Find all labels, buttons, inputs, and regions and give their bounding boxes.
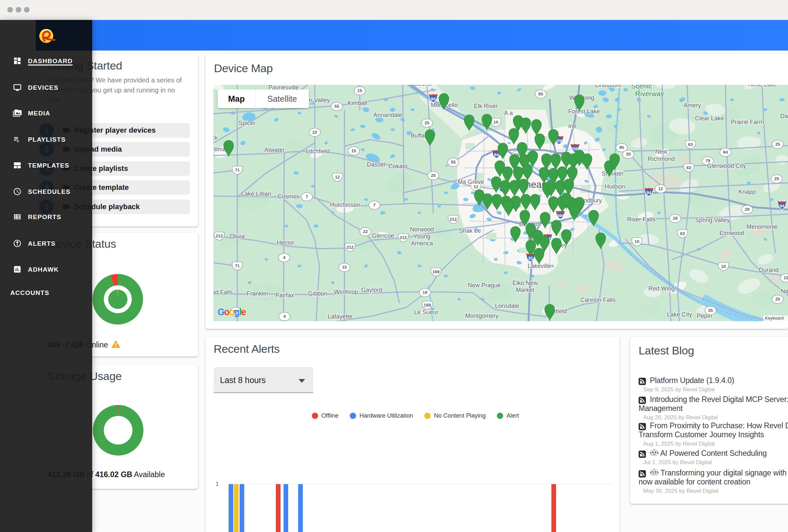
svg-text:n Valley: n Valley <box>309 97 330 103</box>
svg-text:Olivia: Olivia <box>230 233 245 240</box>
svg-text:Scenic: Scenic <box>631 85 652 90</box>
svg-text:Glenwood City: Glenwood City <box>707 163 746 169</box>
svg-text:Market: Market <box>516 287 534 293</box>
svg-text:Richmond: Richmond <box>648 156 674 162</box>
svg-text:Le Sueur: Le Sueur <box>414 309 438 315</box>
svg-text:63: 63 <box>680 231 685 236</box>
svg-text:Nel: Nel <box>781 288 788 294</box>
svg-text:Franklin: Franklin <box>247 290 268 297</box>
svg-text:A a: A a <box>504 110 513 116</box>
svg-text:15: 15 <box>357 88 362 93</box>
svg-text:Hutchinson: Hutchinson <box>330 202 360 208</box>
svg-text:Becker: Becker <box>414 85 433 87</box>
svg-text:Annandale: Annandale <box>373 112 402 118</box>
svg-text:America: America <box>411 240 433 247</box>
svg-text:Cannon Falls: Cannon Falls <box>580 296 616 303</box>
svg-text:64: 64 <box>723 150 728 155</box>
svg-text:212: 212 <box>450 217 457 222</box>
svg-text:Dall: Dall <box>780 113 788 119</box>
svg-text:22: 22 <box>313 130 317 135</box>
svg-text:ck: ck <box>213 134 218 141</box>
svg-text:Montgomery: Montgomery <box>465 312 498 319</box>
svg-text:Red Wing: Red Wing <box>648 285 674 292</box>
svg-text:55: 55 <box>334 104 339 109</box>
svg-text:Amery: Amery <box>684 102 701 109</box>
svg-text:Kimball: Kimball <box>348 100 367 106</box>
svg-text:25: 25 <box>775 296 780 302</box>
svg-text:35: 35 <box>528 256 533 261</box>
svg-text:Gaylord: Gaylord <box>361 287 382 293</box>
svg-text:Norwood: Norwood <box>410 226 434 233</box>
svg-text:Hector: Hector <box>277 239 294 246</box>
svg-text:15: 15 <box>342 265 347 270</box>
svg-text:Spring Valley: Spring Valley <box>695 217 730 223</box>
svg-text:Gibbon: Gibbon <box>308 290 328 297</box>
svg-text:12: 12 <box>335 175 340 180</box>
svg-text:Cosmos: Cosmos <box>278 193 299 200</box>
svg-text:New: New <box>655 148 668 155</box>
svg-text:169: 169 <box>423 303 431 308</box>
svg-text:Elko New: Elko New <box>512 280 538 286</box>
svg-text:63: 63 <box>688 142 693 147</box>
svg-text:94: 94 <box>431 97 436 101</box>
svg-text:10: 10 <box>635 239 639 244</box>
svg-text:63: 63 <box>687 165 691 170</box>
svg-text:55: 55 <box>451 160 456 165</box>
svg-text:95: 95 <box>619 145 624 150</box>
svg-text:25: 25 <box>774 176 779 181</box>
svg-text:Lake City: Lake City <box>667 311 692 318</box>
svg-text:Shak ee: Shak ee <box>459 227 481 234</box>
svg-text:4: 4 <box>283 314 286 319</box>
svg-text:494: 494 <box>557 213 564 218</box>
svg-text:Hudson: Hudson <box>605 183 625 190</box>
svg-text:212: 212 <box>400 235 407 240</box>
svg-text:Winthrop: Winthrop <box>334 289 358 295</box>
svg-text:Glencoe: Glencoe <box>372 232 394 239</box>
svg-text:Lonsdale: Lonsdale <box>495 303 519 309</box>
svg-text:7: 7 <box>373 203 375 207</box>
svg-text:25: 25 <box>425 120 429 125</box>
svg-text:94: 94 <box>780 204 785 208</box>
svg-text:7: 7 <box>306 194 308 199</box>
svg-text:Durand: Durand <box>759 267 779 273</box>
svg-text:Elk River: Elk River <box>474 103 498 109</box>
svg-text:Young: Young <box>414 233 430 240</box>
svg-text:Pepin: Pepin <box>697 312 712 319</box>
svg-text:Fairfax: Fairfax <box>276 292 294 299</box>
svg-text:Riverway: Riverway <box>635 90 664 98</box>
svg-text:Ma Grove: Ma Grove <box>457 179 484 185</box>
svg-text:71: 71 <box>235 263 240 268</box>
svg-text:19: 19 <box>422 290 427 295</box>
svg-text:29: 29 <box>745 207 749 212</box>
svg-text:25: 25 <box>775 142 780 147</box>
svg-text:4: 4 <box>283 255 285 260</box>
svg-text:ine: ine <box>568 123 576 129</box>
svg-text:169: 169 <box>432 269 439 274</box>
svg-text:10: 10 <box>784 275 788 280</box>
svg-text:Knapp: Knapp <box>738 188 756 195</box>
svg-text:94: 94 <box>647 190 652 195</box>
svg-text:15: 15 <box>351 148 356 153</box>
svg-text:Lake Lillian: Lake Lillian <box>241 190 271 197</box>
svg-text:212: 212 <box>347 245 354 250</box>
svg-text:Lafayette: Lafayette <box>328 313 352 320</box>
svg-text:94: 94 <box>494 152 499 157</box>
svg-text:Clear Lake: Clear Lake <box>695 115 724 122</box>
svg-text:25: 25 <box>431 173 436 178</box>
svg-text:Lindstrom: Lindstrom <box>595 85 621 88</box>
svg-text:Elmwood: Elmwood <box>720 230 744 237</box>
svg-text:Dassel: Dassel <box>367 161 385 168</box>
svg-text:Litchfield: Litchfield <box>306 148 330 155</box>
svg-text:10: 10 <box>721 264 726 269</box>
svg-text:Prairie Farm: Prairie Farm <box>731 119 764 125</box>
svg-text:12: 12 <box>658 186 663 191</box>
svg-text:od Falls: od Falls <box>213 289 233 295</box>
svg-text:22: 22 <box>363 229 368 234</box>
svg-text:29: 29 <box>673 216 677 221</box>
svg-text:65: 65 <box>538 91 543 97</box>
svg-text:River Falls: River Falls <box>627 216 655 223</box>
svg-text:Menomonie: Menomonie <box>746 223 778 230</box>
svg-text:35: 35 <box>626 151 631 157</box>
svg-text:Forest Lake: Forest Lake <box>568 108 600 115</box>
svg-text:10: 10 <box>493 120 498 125</box>
